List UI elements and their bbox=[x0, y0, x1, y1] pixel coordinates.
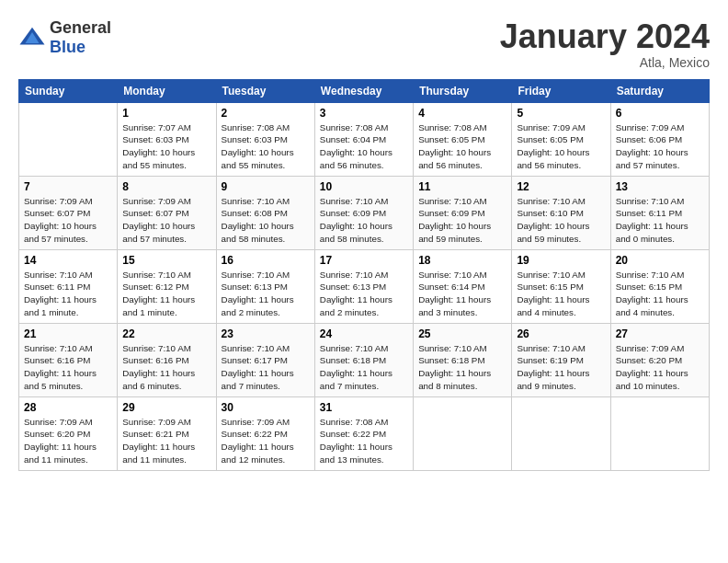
day-info: Sunrise: 7:08 AM Sunset: 6:04 PM Dayligh… bbox=[320, 121, 408, 172]
day-number: 8 bbox=[122, 180, 210, 193]
calendar-cell: 15Sunrise: 7:10 AM Sunset: 6:12 PM Dayli… bbox=[118, 249, 216, 323]
calendar-cell: 9Sunrise: 7:10 AM Sunset: 6:08 PM Daylig… bbox=[216, 176, 314, 249]
day-number: 12 bbox=[517, 180, 605, 193]
day-info: Sunrise: 7:09 AM Sunset: 6:06 PM Dayligh… bbox=[616, 121, 704, 172]
day-number: 29 bbox=[122, 401, 210, 414]
day-info: Sunrise: 7:10 AM Sunset: 6:17 PM Dayligh… bbox=[222, 342, 310, 393]
day-number: 17 bbox=[320, 254, 408, 267]
day-info: Sunrise: 7:10 AM Sunset: 6:12 PM Dayligh… bbox=[122, 269, 210, 319]
day-info: Sunrise: 7:10 AM Sunset: 6:18 PM Dayligh… bbox=[320, 342, 408, 393]
day-info: Sunrise: 7:10 AM Sunset: 6:15 PM Dayligh… bbox=[616, 269, 704, 319]
day-info: Sunrise: 7:08 AM Sunset: 6:03 PM Dayligh… bbox=[222, 121, 310, 172]
day-info: Sunrise: 7:10 AM Sunset: 6:19 PM Dayligh… bbox=[517, 342, 605, 393]
day-info: Sunrise: 7:08 AM Sunset: 6:05 PM Dayligh… bbox=[418, 121, 506, 172]
day-number: 20 bbox=[616, 254, 704, 267]
day-number: 16 bbox=[222, 254, 310, 267]
calendar-table: SundayMondayTuesdayWednesdayThursdayFrid… bbox=[18, 79, 710, 471]
calendar-cell: 4Sunrise: 7:08 AM Sunset: 6:05 PM Daylig… bbox=[414, 102, 512, 176]
calendar-header: SundayMondayTuesdayWednesdayThursdayFrid… bbox=[19, 79, 710, 102]
day-number: 10 bbox=[320, 180, 408, 193]
calendar-cell: 26Sunrise: 7:10 AM Sunset: 6:19 PM Dayli… bbox=[512, 323, 610, 396]
calendar-cell bbox=[19, 102, 118, 176]
day-number: 14 bbox=[24, 254, 112, 267]
month-title: January 2024 bbox=[500, 18, 710, 55]
calendar-cell: 6Sunrise: 7:09 AM Sunset: 6:06 PM Daylig… bbox=[610, 102, 709, 176]
calendar-cell: 5Sunrise: 7:09 AM Sunset: 6:05 PM Daylig… bbox=[512, 102, 610, 176]
calendar-cell: 29Sunrise: 7:09 AM Sunset: 6:21 PM Dayli… bbox=[118, 396, 216, 470]
day-number: 28 bbox=[24, 401, 112, 414]
day-info: Sunrise: 7:10 AM Sunset: 6:14 PM Dayligh… bbox=[418, 269, 506, 319]
calendar-cell: 10Sunrise: 7:10 AM Sunset: 6:09 PM Dayli… bbox=[314, 176, 413, 249]
day-number: 6 bbox=[616, 107, 704, 120]
calendar-cell: 24Sunrise: 7:10 AM Sunset: 6:18 PM Dayli… bbox=[314, 323, 413, 396]
calendar-cell bbox=[610, 396, 709, 470]
calendar-cell: 7Sunrise: 7:09 AM Sunset: 6:07 PM Daylig… bbox=[19, 176, 118, 249]
day-info: Sunrise: 7:09 AM Sunset: 6:20 PM Dayligh… bbox=[616, 342, 704, 393]
weekday-header-friday: Friday bbox=[512, 79, 610, 102]
day-number: 4 bbox=[418, 107, 506, 120]
day-number: 26 bbox=[517, 327, 605, 340]
day-info: Sunrise: 7:09 AM Sunset: 6:21 PM Dayligh… bbox=[122, 416, 210, 466]
weekday-header-thursday: Thursday bbox=[414, 79, 512, 102]
calendar-cell: 31Sunrise: 7:08 AM Sunset: 6:22 PM Dayli… bbox=[314, 396, 413, 470]
header: General Blue January 2024 Atla, Mexico bbox=[18, 18, 710, 70]
day-info: Sunrise: 7:09 AM Sunset: 6:07 PM Dayligh… bbox=[24, 195, 112, 246]
day-info: Sunrise: 7:10 AM Sunset: 6:09 PM Dayligh… bbox=[320, 195, 408, 246]
calendar-cell: 25Sunrise: 7:10 AM Sunset: 6:18 PM Dayli… bbox=[414, 323, 512, 396]
day-number: 2 bbox=[222, 107, 310, 120]
day-number: 21 bbox=[24, 327, 112, 340]
day-info: Sunrise: 7:10 AM Sunset: 6:13 PM Dayligh… bbox=[222, 269, 310, 319]
calendar-cell: 2Sunrise: 7:08 AM Sunset: 6:03 PM Daylig… bbox=[216, 102, 314, 176]
day-number: 11 bbox=[418, 180, 506, 193]
day-number: 3 bbox=[320, 107, 408, 120]
calendar-cell: 16Sunrise: 7:10 AM Sunset: 6:13 PM Dayli… bbox=[216, 249, 314, 323]
day-number: 30 bbox=[222, 401, 310, 414]
calendar-cell: 14Sunrise: 7:10 AM Sunset: 6:11 PM Dayli… bbox=[19, 249, 118, 323]
calendar-cell: 20Sunrise: 7:10 AM Sunset: 6:15 PM Dayli… bbox=[610, 249, 709, 323]
calendar-cell: 27Sunrise: 7:09 AM Sunset: 6:20 PM Dayli… bbox=[610, 323, 709, 396]
day-info: Sunrise: 7:10 AM Sunset: 6:16 PM Dayligh… bbox=[24, 342, 112, 393]
calendar-cell: 17Sunrise: 7:10 AM Sunset: 6:13 PM Dayli… bbox=[314, 249, 413, 323]
day-number: 5 bbox=[517, 107, 605, 120]
day-info: Sunrise: 7:07 AM Sunset: 6:03 PM Dayligh… bbox=[122, 121, 210, 172]
calendar-cell: 22Sunrise: 7:10 AM Sunset: 6:16 PM Dayli… bbox=[118, 323, 216, 396]
logo-icon bbox=[18, 24, 46, 52]
day-number: 18 bbox=[418, 254, 506, 267]
logo: General Blue bbox=[18, 18, 111, 57]
calendar-week-3: 14Sunrise: 7:10 AM Sunset: 6:11 PM Dayli… bbox=[19, 249, 710, 323]
day-info: Sunrise: 7:10 AM Sunset: 6:16 PM Dayligh… bbox=[122, 342, 210, 393]
day-info: Sunrise: 7:09 AM Sunset: 6:22 PM Dayligh… bbox=[222, 416, 310, 466]
logo-text: General Blue bbox=[50, 18, 111, 57]
calendar-cell: 3Sunrise: 7:08 AM Sunset: 6:04 PM Daylig… bbox=[314, 102, 413, 176]
logo-general: General bbox=[50, 18, 111, 38]
day-number: 27 bbox=[616, 327, 704, 340]
day-number: 1 bbox=[122, 107, 210, 120]
calendar-cell: 21Sunrise: 7:10 AM Sunset: 6:16 PM Dayli… bbox=[19, 323, 118, 396]
day-number: 24 bbox=[320, 327, 408, 340]
page: General Blue January 2024 Atla, Mexico S… bbox=[0, 0, 728, 480]
calendar-cell bbox=[512, 396, 610, 470]
day-number: 9 bbox=[222, 180, 310, 193]
day-info: Sunrise: 7:10 AM Sunset: 6:10 PM Dayligh… bbox=[517, 195, 605, 246]
calendar-cell: 8Sunrise: 7:09 AM Sunset: 6:07 PM Daylig… bbox=[118, 176, 216, 249]
weekday-header-row: SundayMondayTuesdayWednesdayThursdayFrid… bbox=[19, 79, 710, 102]
weekday-header-sunday: Sunday bbox=[19, 79, 118, 102]
calendar-cell bbox=[414, 396, 512, 470]
day-info: Sunrise: 7:08 AM Sunset: 6:22 PM Dayligh… bbox=[320, 416, 408, 466]
calendar-cell: 13Sunrise: 7:10 AM Sunset: 6:11 PM Dayli… bbox=[610, 176, 709, 249]
day-number: 15 bbox=[122, 254, 210, 267]
day-number: 22 bbox=[122, 327, 210, 340]
calendar-cell: 23Sunrise: 7:10 AM Sunset: 6:17 PM Dayli… bbox=[216, 323, 314, 396]
day-number: 19 bbox=[517, 254, 605, 267]
calendar-cell: 19Sunrise: 7:10 AM Sunset: 6:15 PM Dayli… bbox=[512, 249, 610, 323]
day-info: Sunrise: 7:10 AM Sunset: 6:15 PM Dayligh… bbox=[517, 269, 605, 319]
calendar-cell: 28Sunrise: 7:09 AM Sunset: 6:20 PM Dayli… bbox=[19, 396, 118, 470]
day-info: Sunrise: 7:10 AM Sunset: 6:13 PM Dayligh… bbox=[320, 269, 408, 319]
calendar-cell: 11Sunrise: 7:10 AM Sunset: 6:09 PM Dayli… bbox=[414, 176, 512, 249]
calendar-cell: 12Sunrise: 7:10 AM Sunset: 6:10 PM Dayli… bbox=[512, 176, 610, 249]
calendar-week-5: 28Sunrise: 7:09 AM Sunset: 6:20 PM Dayli… bbox=[19, 396, 710, 470]
logo-blue: Blue bbox=[50, 38, 111, 57]
title-block: January 2024 Atla, Mexico bbox=[500, 18, 710, 70]
weekday-header-monday: Monday bbox=[118, 79, 216, 102]
day-info: Sunrise: 7:10 AM Sunset: 6:09 PM Dayligh… bbox=[418, 195, 506, 246]
